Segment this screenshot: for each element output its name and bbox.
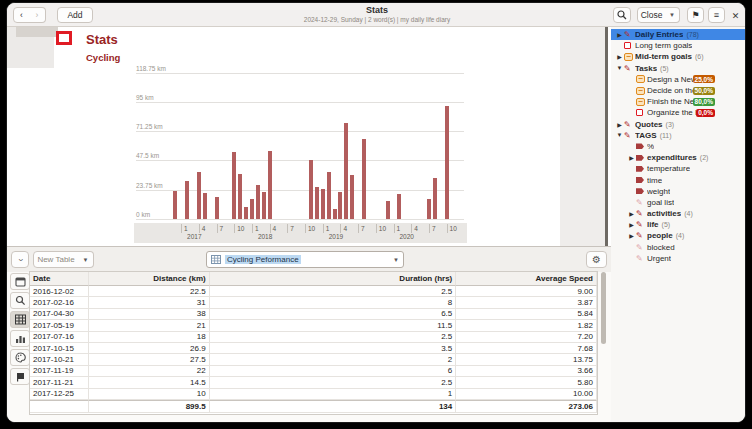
calendar-view-button[interactable] — [10, 273, 30, 290]
add-button[interactable]: Add — [57, 7, 93, 23]
expander-closed-icon[interactable]: ▶ — [627, 210, 636, 217]
table-cell[interactable]: 2.5 — [210, 286, 457, 297]
back-button[interactable]: ‹ — [13, 7, 30, 23]
table-cell[interactable]: 21 — [89, 320, 210, 331]
table-cell[interactable]: 22 — [89, 366, 210, 377]
search-view-button[interactable] — [10, 292, 30, 309]
tree-item-[interactable]: % — [611, 141, 719, 152]
column-header[interactable]: Average Speed — [456, 272, 597, 286]
format-view-button[interactable] — [10, 349, 30, 366]
tree-item-tags[interactable]: ▼✎TAGS(11) — [611, 130, 719, 141]
tree-item-design-a-new-web-site[interactable]: ~Design a New Web Site25,0% — [611, 74, 719, 85]
table-cell[interactable]: 2.5 — [210, 377, 457, 388]
table-selector-combobox[interactable]: Cycling Peformance ▼ — [206, 251, 404, 268]
table-cell[interactable]: 2 — [210, 354, 457, 365]
table-cell[interactable]: 2017-11-19 — [30, 366, 89, 377]
table-cell[interactable]: 6.5 — [210, 309, 457, 320]
close-dropdown-button[interactable]: ▼ — [665, 7, 680, 23]
table-cell[interactable]: 3.66 — [456, 366, 597, 377]
table-cell[interactable]: 26.9 — [89, 343, 210, 354]
table-cell[interactable]: 2016-12-02 — [30, 286, 89, 297]
table-cell[interactable]: 31 — [89, 297, 210, 308]
table-cell[interactable]: 3.87 — [456, 297, 597, 308]
table-cell[interactable]: 2017-10-15 — [30, 343, 89, 354]
column-header[interactable]: Duration (hrs) — [210, 272, 457, 286]
tree-item-people[interactable]: ▶✎people(4) — [611, 230, 719, 241]
table-cell[interactable]: 9.00 — [456, 286, 597, 297]
menu-button[interactable]: ≡ — [708, 7, 725, 23]
expander-closed-icon[interactable]: ▶ — [615, 53, 624, 60]
table-cell[interactable]: 2.5 — [210, 332, 457, 343]
expander-closed-icon[interactable]: ▶ — [627, 154, 636, 161]
expander-open-icon[interactable]: ▼ — [615, 132, 624, 138]
tree-item-quotes[interactable]: ▶✎Quotes(3) — [611, 119, 719, 130]
table-cell[interactable]: 13.75 — [456, 354, 597, 365]
table-cell[interactable]: 27.5 — [89, 354, 210, 365]
table-cell[interactable]: 5.84 — [456, 309, 597, 320]
expander-closed-icon[interactable]: ▶ — [627, 232, 636, 239]
table-cell[interactable]: 10.00 — [456, 389, 597, 400]
table-cell[interactable]: 2017-12-25 — [30, 389, 89, 400]
tree-item-temperature[interactable]: temperature — [611, 163, 719, 174]
tree-item-time[interactable]: time — [611, 174, 719, 185]
tree-item-weight[interactable]: weight — [611, 186, 719, 197]
table-cell[interactable]: 14.5 — [89, 377, 210, 388]
tree-item-long-term-goals[interactable]: Long term goals — [611, 40, 719, 51]
table-cell[interactable]: 11.5 — [210, 320, 457, 331]
new-table-dropdown-button[interactable]: ▼ — [78, 251, 94, 268]
table-row[interactable]: 2017-10-1526.93.57.68 — [30, 343, 597, 354]
tree-item-life[interactable]: ▶✎life(5) — [611, 219, 719, 230]
forward-button[interactable]: › — [29, 7, 46, 23]
table-cell[interactable]: 2017-10-21 — [30, 354, 89, 365]
table-row[interactable]: 2017-11-2114.52.55.80 — [30, 377, 597, 388]
expander-closed-icon[interactable]: ▶ — [615, 31, 624, 38]
table-cell[interactable]: 2017-04-30 — [30, 309, 89, 320]
table-row[interactable]: 2016-12-0222.52.59.00 — [30, 286, 597, 297]
flag-button[interactable]: ⚑ — [687, 7, 704, 23]
table-scrollbar[interactable] — [601, 272, 606, 344]
tree-item-finish-the-new-video[interactable]: ~Finish the New ... Video80,0% — [611, 96, 719, 107]
table-cell[interactable]: 7.68 — [456, 343, 597, 354]
tree-item-urgent[interactable]: ✎Urgent — [611, 253, 719, 264]
table-cell[interactable]: 2017-02-16 — [30, 297, 89, 308]
table-cell[interactable]: 10 — [89, 389, 210, 400]
table-cell[interactable]: 18 — [89, 332, 210, 343]
table-cell[interactable]: 3.5 — [210, 343, 457, 354]
chart-view-button[interactable] — [10, 330, 30, 347]
table-row[interactable]: 2017-02-163183.87 — [30, 297, 597, 308]
table-cell[interactable]: 2017-05-19 — [30, 320, 89, 331]
new-table-button[interactable]: New Table — [33, 251, 79, 268]
table-row[interactable]: 2017-10-2127.5213.75 — [30, 354, 597, 365]
tree-item-tasks[interactable]: ▼✎Tasks(5) — [611, 63, 719, 74]
tree-item-activities[interactable]: ▶✎activities(4) — [611, 208, 719, 219]
table-cell[interactable]: 899.5 — [89, 400, 210, 413]
bookmark-view-button[interactable] — [10, 368, 30, 385]
table-row[interactable]: 2017-07-16182.57.20 — [30, 332, 597, 343]
table-cell[interactable]: 1 — [210, 389, 457, 400]
tree-item-expenditures[interactable]: ▶expenditures(2) — [611, 152, 719, 163]
table-row[interactable]: 2017-05-192111.51.82 — [30, 320, 597, 331]
table-cell[interactable] — [30, 400, 89, 413]
tree-item-goal-list[interactable]: ✎goal list — [611, 197, 719, 208]
table-cell[interactable]: 22.5 — [89, 286, 210, 297]
search-button[interactable] — [613, 7, 631, 23]
column-header[interactable]: Distance (km) — [89, 272, 210, 286]
table-cell[interactable]: 7.20 — [456, 332, 597, 343]
expander-closed-icon[interactable]: ▶ — [627, 221, 636, 228]
tree-item-mid-term-goals[interactable]: ▶~Mid-term goals(6) — [611, 51, 719, 62]
table-cell[interactable]: 273.06 — [456, 400, 597, 413]
table-row[interactable]: 2017-11-192263.66 — [30, 366, 597, 377]
tree-item-daily-entries[interactable]: ▶✎Daily Entries(78) — [611, 29, 746, 40]
table-row[interactable]: 2017-04-30386.55.84 — [30, 309, 597, 320]
close-entry-button[interactable]: Close — [637, 7, 666, 23]
table-view-button[interactable] — [10, 311, 30, 328]
table-cell[interactable]: 2017-07-16 — [30, 332, 89, 343]
tree-item-organize-the-ph-archive[interactable]: Organize the Ph...Archive0,0% — [611, 107, 719, 118]
table-cell[interactable]: 5.80 — [456, 377, 597, 388]
expander-open-icon[interactable]: ▼ — [615, 65, 624, 71]
table-cell[interactable]: 2017-11-21 — [30, 377, 89, 388]
table-cell[interactable]: 38 — [89, 309, 210, 320]
window-close-button[interactable]: ✕ — [729, 9, 742, 22]
table-cell[interactable]: 1.82 — [456, 320, 597, 331]
table-cell[interactable]: 8 — [210, 297, 457, 308]
